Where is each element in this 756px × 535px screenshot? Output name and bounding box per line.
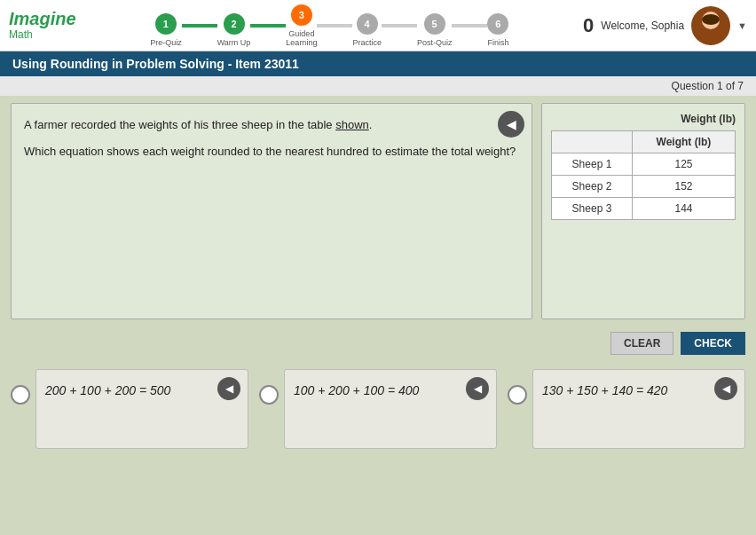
logo-imagine: Imagine: [9, 10, 76, 28]
step-circle-1: 1: [155, 13, 177, 35]
audio-button-a[interactable]: ◀: [217, 377, 240, 400]
progress-steps: 1 Pre-Quiz 2 Warm Up 3 GuidedLearning 4 …: [94, 4, 565, 47]
step-circle-4: 4: [357, 13, 378, 35]
speaker-icon: ◀: [507, 117, 516, 131]
dropdown-arrow[interactable]: ▼: [737, 20, 747, 31]
connector-1-2: [182, 24, 217, 28]
step-label-5: Post-Quiz: [417, 38, 453, 47]
speaker-icon-c: ◀: [722, 382, 730, 395]
logo-math: Math: [9, 28, 76, 41]
connector-3-4: [317, 24, 352, 28]
audio-button-c[interactable]: ◀: [714, 377, 737, 400]
step-circle-2: 2: [224, 13, 245, 35]
top-right-area: 0 Welcome, Sophia ▼: [583, 6, 747, 45]
answer-option-c: ◀ 130 + 150 + 140 = 420: [508, 369, 745, 449]
sheep-1-weight: 125: [632, 153, 735, 176]
audio-button-b[interactable]: ◀: [466, 377, 489, 400]
sheep-table: Weight (lb) Sheep 1 125 Sheep 2 152 Shee…: [551, 130, 736, 220]
step-label-1: Pre-Quiz: [150, 38, 182, 47]
avatar: [691, 6, 730, 45]
step-circle-6: 6: [487, 13, 508, 35]
connector-2-3: [250, 24, 286, 28]
speaker-icon-b: ◀: [474, 382, 482, 395]
question-text-1: A farmer recorded the weights of his thr…: [24, 116, 519, 134]
question-counter: Question 1 of 7: [0, 76, 756, 96]
question-panel: ◀ A farmer recorded the weights of his t…: [11, 103, 532, 319]
answer-option-b: ◀ 100 + 200 + 100 = 400: [259, 369, 497, 449]
title-text: Using Rounding in Problem Solving - Item…: [12, 57, 299, 71]
clear-button[interactable]: CLEAR: [610, 332, 673, 355]
speaker-icon-a: ◀: [225, 382, 233, 395]
top-bar: Imagine Math 1 Pre-Quiz 2 Warm Up 3 Guid…: [0, 0, 756, 51]
main-content: ◀ A farmer recorded the weights of his t…: [0, 96, 756, 327]
score-display: 0: [583, 14, 594, 37]
step-circle-3: 3: [291, 4, 312, 26]
step-5: 5 Post-Quiz: [417, 13, 453, 47]
audio-button-question[interactable]: ◀: [498, 111, 524, 138]
radio-c[interactable]: [508, 385, 527, 405]
col-header-animal: [552, 131, 633, 153]
table-title: Weight (lb): [551, 113, 736, 125]
table-row: Sheep 3 144: [552, 198, 736, 220]
step-3: 3 GuidedLearning: [286, 4, 317, 47]
step-label-4: Practice: [352, 38, 382, 47]
step-label-2: Warm Up: [217, 38, 251, 47]
connector-4-5: [382, 24, 417, 28]
sheep-3-weight: 144: [632, 198, 735, 220]
sheep-1-name: Sheep 1: [552, 153, 633, 176]
answer-text-b: 100 + 200 + 100 = 400: [294, 383, 419, 397]
step-circle-5: 5: [424, 13, 445, 35]
sheep-2-weight: 152: [632, 176, 735, 198]
title-bar: Using Rounding in Problem Solving - Item…: [0, 51, 756, 76]
question-text-2: Which equation shows each weight rounded…: [24, 143, 519, 161]
answer-option-a: ◀ 200 + 100 + 200 = 500: [11, 369, 248, 449]
table-panel: Weight (lb) Weight (lb) Sheep 1 125 Shee…: [541, 103, 745, 319]
table-row: Sheep 1 125: [552, 153, 736, 176]
check-button[interactable]: CHECK: [681, 332, 745, 355]
svg-point-1: [702, 14, 720, 25]
step-2: 2 Warm Up: [217, 13, 251, 47]
sheep-3-name: Sheep 3: [552, 198, 633, 220]
radio-a[interactable]: [11, 385, 30, 405]
answer-choices: ◀ 200 + 100 + 200 = 500 ◀ 100 + 200 + 10…: [0, 360, 756, 461]
answer-card-c[interactable]: ◀ 130 + 150 + 140 = 420: [532, 369, 745, 449]
avatar-svg: [696, 8, 726, 43]
answer-text-c: 130 + 150 + 140 = 420: [542, 383, 667, 397]
answer-card-b[interactable]: ◀ 100 + 200 + 100 = 400: [284, 369, 497, 449]
answer-text-a: 200 + 100 + 200 = 500: [45, 383, 170, 397]
step-1: 1 Pre-Quiz: [150, 13, 182, 47]
answer-card-a[interactable]: ◀ 200 + 100 + 200 = 500: [35, 369, 248, 449]
radio-b[interactable]: [259, 385, 279, 405]
table-row: Sheep 2 152: [552, 176, 736, 198]
shown-link: shown: [335, 118, 369, 131]
step-4: 4 Practice: [352, 13, 382, 47]
welcome-area: Welcome, Sophia: [601, 20, 684, 32]
connector-5-6: [452, 24, 487, 28]
step-6: 6 Finish: [487, 13, 508, 47]
action-buttons: CLEAR CHECK: [0, 327, 756, 360]
step-label-6: Finish: [487, 38, 508, 47]
step-label-3: GuidedLearning: [286, 29, 317, 47]
sheep-2-name: Sheep 2: [552, 176, 633, 198]
col-header-weight: Weight (lb): [632, 131, 735, 153]
welcome-text: Welcome, Sophia: [601, 20, 684, 32]
logo-area: Imagine Math: [9, 10, 76, 41]
